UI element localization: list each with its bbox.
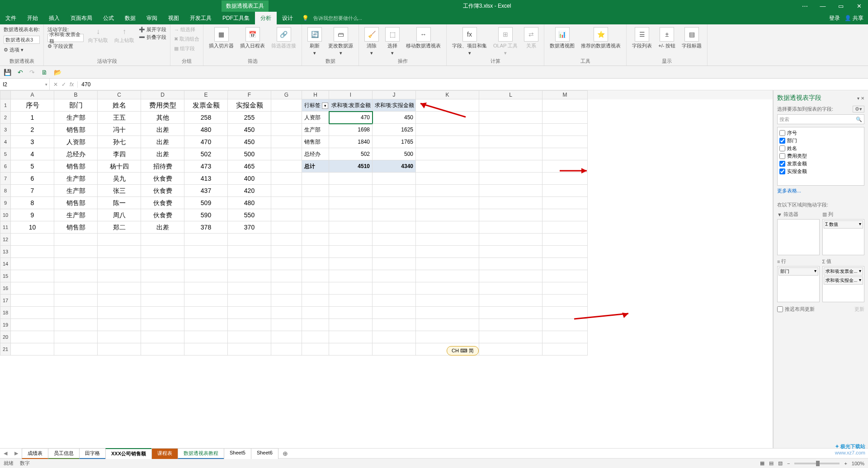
area-item[interactable]: 求和项:发票金...▾ [824,267,863,276]
cell[interactable]: 470 [184,136,228,148]
col-header[interactable]: F [228,90,271,99]
cell[interactable]: 销售部 [54,160,98,173]
row-header[interactable]: 10 [0,209,11,221]
name-box[interactable]: I2 [0,79,50,90]
add-sheet-button[interactable]: ⊕ [278,450,292,457]
cell[interactable] [54,295,98,307]
cell[interactable] [329,331,373,343]
cell[interactable] [141,307,184,319]
sheet-tab[interactable]: 田字格 [79,448,106,459]
cell[interactable] [228,270,271,282]
cell[interactable]: 吴九 [98,173,141,185]
cell[interactable] [271,124,302,136]
cell[interactable]: 费用类型 [141,99,184,112]
cell[interactable] [54,282,98,295]
refresh-button[interactable]: 🔄刷新▾ [306,26,324,57]
cell[interactable]: 413 [184,173,228,185]
cell[interactable] [184,234,228,246]
col-header[interactable]: K [416,90,479,99]
cell[interactable]: 王五 [98,112,141,124]
cell[interactable]: 450 [373,112,416,124]
sheet-tab[interactable]: XXX公司销售额 [105,448,152,459]
cell[interactable] [329,307,373,319]
cell[interactable] [228,319,271,331]
cell[interactable]: 1625 [373,124,416,136]
cell[interactable] [54,343,98,356]
cell[interactable]: 生产部 [302,124,329,136]
cell[interactable] [98,282,141,295]
cell[interactable]: 出差 [141,136,184,148]
row-header[interactable]: 17 [0,295,11,307]
cell[interactable]: 求和项:实报金额 [373,99,416,112]
cell[interactable] [54,331,98,343]
cell[interactable] [271,343,302,356]
cell[interactable] [416,197,479,209]
cell[interactable]: 周八 [98,209,141,221]
collapse-field-button[interactable]: ➖ 折叠字段 [139,34,166,41]
cell[interactable]: 1765 [373,136,416,148]
formula-input[interactable]: 470 [78,81,868,88]
cell[interactable] [184,246,228,258]
cell[interactable]: 400 [228,173,271,185]
cell[interactable] [271,197,302,209]
field-checkbox-item[interactable]: 序号 [779,129,862,137]
cell[interactable] [479,282,542,295]
cell[interactable] [54,234,98,246]
cell[interactable]: 销售部 [54,124,98,136]
cell[interactable] [329,270,373,282]
cell[interactable]: 出差 [141,148,184,160]
cell[interactable] [302,209,329,221]
cell[interactable] [271,209,302,221]
cell[interactable] [302,197,329,209]
cell[interactable] [542,319,588,331]
col-header[interactable]: B [54,90,98,99]
sheet-tab[interactable]: 课程表 [151,448,178,459]
cell[interactable]: 8 [11,197,54,209]
cell[interactable] [141,295,184,307]
cell[interactable] [373,319,416,331]
cell[interactable] [542,221,588,234]
cell[interactable] [271,136,302,148]
cell[interactable] [271,173,302,185]
cell[interactable]: 李四 [98,148,141,160]
cell[interactable] [302,270,329,282]
cell[interactable] [479,246,542,258]
tab-developer[interactable]: 开发工具 [184,12,217,25]
cell[interactable] [416,234,479,246]
cell[interactable] [271,282,302,295]
row-header[interactable]: 7 [0,173,11,185]
cell[interactable] [479,295,542,307]
cell[interactable] [373,197,416,209]
pivotchart-button[interactable]: 📊数据透视图 [548,26,576,50]
row-header[interactable]: 18 [0,307,11,319]
row-header[interactable]: 5 [0,148,11,160]
cell[interactable] [141,234,184,246]
row-header[interactable]: 4 [0,136,11,148]
cell[interactable] [271,270,302,282]
cell[interactable] [11,295,54,307]
expand-field-button[interactable]: ➕ 展开字段 [139,26,166,33]
tab-design[interactable]: 设计 [277,12,298,25]
cell[interactable] [329,209,373,221]
cell[interactable] [542,136,588,148]
cell[interactable]: 378 [184,221,228,234]
cell[interactable] [479,319,542,331]
cell[interactable]: 480 [184,124,228,136]
cell[interactable]: 590 [184,209,228,221]
cell[interactable] [416,282,479,295]
cell[interactable]: 500 [373,148,416,160]
cell[interactable] [302,246,329,258]
field-search-input[interactable]: 搜索🔍 [777,114,864,124]
cell[interactable]: 473 [184,160,228,173]
tab-data[interactable]: 数据 [119,12,141,25]
cell[interactable] [184,331,228,343]
cell[interactable]: 伙食费 [141,197,184,209]
cell[interactable] [542,295,588,307]
login-link[interactable]: 登录 [829,14,840,22]
cell[interactable] [271,319,302,331]
cell[interactable] [302,185,329,197]
cell[interactable] [11,319,54,331]
col-header[interactable]: M [542,90,588,99]
filter-area[interactable] [777,219,820,255]
cell[interactable] [271,246,302,258]
